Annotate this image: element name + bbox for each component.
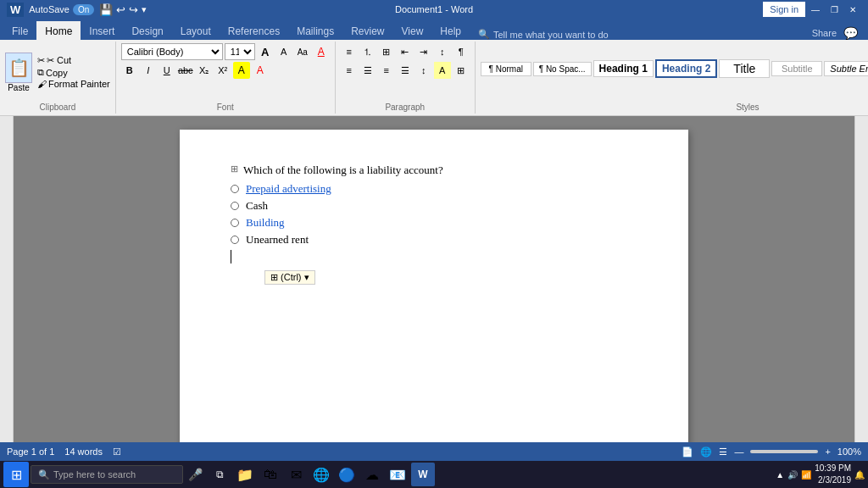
tab-mailings[interactable]: Mailings bbox=[288, 21, 342, 40]
borders-button[interactable]: ⊞ bbox=[453, 62, 470, 79]
format-painter-button[interactable]: 🖌Format Painter bbox=[37, 79, 110, 89]
font-grow-button[interactable]: A bbox=[257, 43, 274, 60]
title-bar: W AutoSave On 💾 ↩ ↪ ▾ Document1 - Word S… bbox=[0, 0, 868, 19]
underline-button[interactable]: U bbox=[159, 62, 175, 79]
undo-icon[interactable]: ↩ bbox=[116, 3, 125, 16]
scroll-right-panel[interactable] bbox=[854, 116, 868, 442]
redo-icon[interactable]: ↪ bbox=[129, 3, 138, 16]
tab-home[interactable]: Home bbox=[36, 21, 81, 40]
start-button[interactable]: ⊞ bbox=[3, 462, 29, 487]
clipboard-group: 📋 Paste ✂✂ Cut ⧉Copy 🖌Format Painter Cli… bbox=[0, 42, 116, 114]
file-explorer-icon[interactable]: 📁 bbox=[233, 463, 257, 486]
task-view-icon[interactable]: ⧉ bbox=[208, 463, 231, 486]
style-no-spacing[interactable]: ¶ No Spac... bbox=[533, 62, 592, 76]
mail-icon[interactable]: ✉ bbox=[284, 463, 308, 486]
style-heading2[interactable]: Heading 2 bbox=[655, 59, 717, 78]
radio-unearned[interactable] bbox=[231, 236, 239, 244]
tab-review[interactable]: Review bbox=[342, 21, 392, 40]
clock-date: 2/3/2019 bbox=[815, 474, 851, 486]
paste-options-tooltip[interactable]: ⊞ (Ctrl) ▾ bbox=[264, 270, 315, 285]
up-arrow-icon[interactable]: ▲ bbox=[776, 470, 784, 480]
view-outline-icon[interactable]: ☰ bbox=[719, 446, 727, 458]
volume-icon[interactable]: 📶 bbox=[801, 470, 811, 480]
copy-button[interactable]: ⧉Copy bbox=[37, 67, 110, 78]
comments-icon[interactable]: 💬 bbox=[843, 26, 858, 40]
notification-icon[interactable]: 🔔 bbox=[854, 470, 865, 480]
zoom-slider[interactable] bbox=[750, 450, 818, 453]
line-spacing-button[interactable]: ↕ bbox=[415, 62, 432, 79]
close-button[interactable]: ✕ bbox=[844, 3, 861, 16]
tab-layout[interactable]: Layout bbox=[172, 21, 220, 40]
clear-format-button[interactable]: A bbox=[313, 43, 330, 60]
align-left-button[interactable]: ≡ bbox=[341, 62, 358, 79]
shading-button[interactable]: A bbox=[434, 62, 451, 79]
system-clock[interactable]: 10:39 PM 2/3/2019 bbox=[815, 463, 851, 486]
edge-icon[interactable]: 🔵 bbox=[335, 463, 359, 486]
cut-button[interactable]: ✂✂ Cut bbox=[37, 55, 110, 66]
radio-cash[interactable] bbox=[231, 202, 239, 210]
tab-design[interactable]: Design bbox=[123, 21, 171, 40]
tab-references[interactable]: References bbox=[220, 21, 288, 40]
zoom-out-icon[interactable]: — bbox=[734, 446, 743, 457]
option-item: Unearned rent bbox=[231, 233, 637, 247]
align-center-button[interactable]: ☰ bbox=[359, 62, 376, 79]
style-title[interactable]: Title bbox=[719, 59, 770, 78]
increase-indent-button[interactable]: ⇥ bbox=[415, 43, 432, 60]
view-web-icon[interactable]: 🌐 bbox=[700, 446, 712, 458]
more-commands-icon[interactable]: ▾ bbox=[142, 4, 147, 15]
option-text-building[interactable]: Building bbox=[246, 216, 285, 230]
style-heading1[interactable]: Heading 1 bbox=[593, 60, 654, 77]
radio-prepaid[interactable] bbox=[231, 185, 239, 193]
word-logo-icon: W bbox=[7, 3, 24, 17]
restore-button[interactable]: ❐ bbox=[826, 3, 843, 16]
justify-button[interactable]: ☰ bbox=[397, 62, 414, 79]
multilevel-button[interactable]: ⊞ bbox=[378, 43, 395, 60]
decrease-indent-button[interactable]: ⇤ bbox=[397, 43, 414, 60]
option-text-prepaid[interactable]: Prepaid advertising bbox=[246, 182, 331, 196]
network-icon[interactable]: 🔊 bbox=[787, 470, 798, 480]
share-area: Share 💬 bbox=[812, 26, 865, 40]
style-normal[interactable]: ¶ Normal bbox=[481, 62, 531, 76]
word-taskbar-icon[interactable]: W bbox=[411, 463, 435, 486]
font-size-select[interactable]: 11 bbox=[225, 43, 255, 60]
view-print-icon[interactable]: 📄 bbox=[682, 446, 693, 458]
store-icon[interactable]: 🛍 bbox=[259, 463, 282, 486]
chrome-icon[interactable]: 🌐 bbox=[309, 463, 333, 486]
share-button[interactable]: Share bbox=[812, 28, 837, 38]
save-icon[interactable]: 💾 bbox=[99, 3, 113, 16]
font-color-button[interactable]: A bbox=[252, 62, 269, 79]
font-highlight-button[interactable]: A bbox=[233, 62, 250, 79]
spell-check-icon[interactable]: ☑ bbox=[113, 446, 121, 458]
style-subtitle[interactable]: Subtitle bbox=[771, 61, 822, 76]
superscript-button[interactable]: X² bbox=[214, 62, 231, 79]
microphone-icon[interactable]: 🎤 bbox=[188, 468, 203, 481]
tab-insert[interactable]: Insert bbox=[81, 21, 123, 40]
zoom-in-icon[interactable]: + bbox=[825, 446, 830, 457]
taskbar: ⊞ 🔍 Type here to search 🎤 ⧉ 📁 🛍 ✉ 🌐 🔵 ☁ … bbox=[0, 461, 868, 488]
strikethrough-button[interactable]: abc bbox=[177, 62, 194, 79]
tab-help[interactable]: Help bbox=[431, 21, 470, 40]
copy-icon: ⧉ bbox=[37, 67, 44, 78]
outlook-icon[interactable]: 📧 bbox=[386, 463, 409, 486]
minimize-button[interactable]: — bbox=[807, 3, 824, 16]
tab-view[interactable]: View bbox=[393, 21, 432, 40]
paste-button[interactable]: 📋 Paste bbox=[5, 53, 32, 92]
style-subtle-em[interactable]: Subtle Em... bbox=[824, 61, 868, 76]
tab-file[interactable]: File bbox=[3, 21, 36, 40]
bold-button[interactable]: B bbox=[121, 62, 138, 79]
font-shrink-button[interactable]: A bbox=[275, 43, 292, 60]
sign-in-button[interactable]: Sign in bbox=[763, 2, 805, 17]
onedrive-icon[interactable]: ☁ bbox=[360, 463, 384, 486]
numbering-button[interactable]: ⒈ bbox=[359, 43, 376, 60]
italic-button[interactable]: I bbox=[140, 62, 157, 79]
align-right-button[interactable]: ≡ bbox=[378, 62, 395, 79]
bullets-button[interactable]: ≡ bbox=[341, 43, 358, 60]
font-case-button[interactable]: Aa bbox=[294, 43, 311, 60]
subscript-button[interactable]: X₂ bbox=[196, 62, 213, 79]
font-name-select[interactable]: Calibri (Body) bbox=[121, 43, 223, 60]
ribbon-tabs: File Home Insert Design Layout Reference… bbox=[0, 19, 868, 40]
sort-button[interactable]: ↕ bbox=[434, 43, 451, 60]
radio-building[interactable] bbox=[231, 219, 239, 227]
show-formatting-button[interactable]: ¶ bbox=[453, 43, 470, 60]
taskbar-search[interactable]: 🔍 Type here to search bbox=[31, 465, 183, 484]
